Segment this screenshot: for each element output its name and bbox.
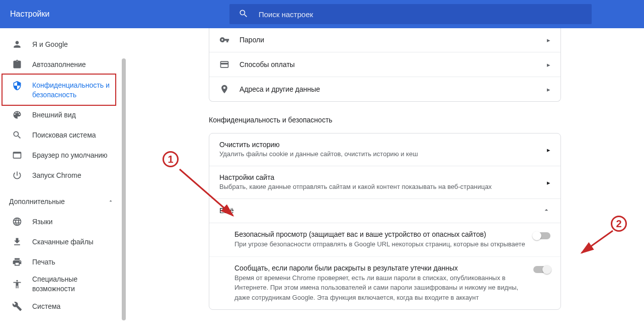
password-leak-toggle[interactable] [533, 266, 550, 273]
header-title: Настройки [8, 10, 229, 19]
sidebar-item-label: Поисковая система [32, 131, 96, 139]
sidebar-item-autofill[interactable]: Автозаполнение [0, 54, 120, 75]
shield-icon [12, 81, 22, 91]
globe-icon [12, 217, 22, 227]
annotation-marker-2: 2 [611, 216, 627, 232]
safe-browsing-toggle[interactable] [533, 232, 550, 239]
chevron-right-icon: ▸ [547, 146, 550, 154]
sidebar-item-label: Запуск Chrome [32, 171, 81, 179]
credit-card-icon [219, 59, 229, 70]
row-desc: Удалить файлы cookie и данные сайтов, оч… [219, 150, 547, 159]
row-title: Очистить историю [219, 141, 547, 149]
autofill-card: Пароли ▸ Способы оплаты ▸ Адреса и други… [209, 28, 561, 102]
svg-line-1 [582, 231, 613, 253]
sidebar-item-on-startup[interactable]: Запуск Chrome [0, 165, 120, 185]
row-label: Пароли [239, 36, 547, 44]
sidebar-item-default-browser[interactable]: Браузер по умолчанию [0, 145, 120, 165]
privacy-section-title: Конфиденциальность и безопасность [209, 116, 561, 124]
sidebar-item-label: Языки [32, 218, 53, 226]
accessibility-icon [12, 279, 22, 289]
search-icon [238, 9, 259, 20]
key-icon [219, 35, 229, 45]
palette-icon [12, 110, 22, 120]
sidebar-section-advanced[interactable]: Дополнительные [0, 191, 126, 212]
row-passwords[interactable]: Пароли ▸ [209, 28, 560, 52]
main-content: Пароли ▸ Способы оплаты ▸ Адреса и други… [126, 28, 644, 334]
row-title: Безопасный просмотр (защищает вас и ваше… [234, 230, 525, 238]
row-title: Сообщать, если пароли были раскрыты в ре… [234, 264, 525, 272]
sidebar-item-label: Я и Google [32, 40, 68, 48]
annotation-marker-1: 1 [163, 151, 179, 167]
search-icon [12, 130, 22, 140]
sidebar-item-label: Автозаполнение [32, 60, 86, 69]
sidebar-item-search-engine[interactable]: Поисковая система [0, 125, 120, 145]
row-more-toggle[interactable]: Ещё [209, 199, 560, 223]
chevron-right-icon: ▸ [547, 61, 550, 69]
row-title: Настройки сайта [219, 173, 547, 181]
sidebar-item-label: Внешний вид [32, 111, 76, 119]
row-safe-browsing: Безопасный просмотр (защищает вас и ваше… [209, 223, 560, 257]
row-addresses[interactable]: Адреса и другие данные ▸ [209, 77, 560, 101]
row-desc: Выбрать, какие данные отправлять сайтам … [219, 182, 547, 191]
sidebar-section-label: Дополнительные [9, 197, 65, 206]
person-icon [12, 39, 22, 49]
chevron-up-icon [108, 197, 114, 206]
print-icon [12, 257, 22, 267]
chevron-up-icon [542, 206, 550, 216]
row-site-settings[interactable]: Настройки сайта Выбрать, какие данные от… [209, 166, 560, 199]
scrollbar[interactable] [122, 58, 126, 320]
sidebar-item-languages[interactable]: Языки [0, 212, 120, 232]
power-icon [12, 170, 22, 180]
location-icon [219, 84, 229, 94]
search-box[interactable] [229, 4, 592, 24]
row-clear-browsing-data[interactable]: Очистить историю Удалить файлы cookie и … [209, 133, 560, 166]
privacy-card: Очистить историю Удалить файлы cookie и … [209, 133, 561, 310]
search-input[interactable] [259, 10, 583, 19]
row-desc: При угрозе безопасности отправлять в Goo… [234, 239, 525, 249]
sidebar-item-label: Скачанные файлы [32, 238, 94, 246]
sidebar-item-downloads[interactable]: Скачанные файлы [0, 232, 120, 252]
sidebar-item-appearance[interactable]: Внешний вид [0, 105, 120, 125]
browser-icon [12, 150, 22, 160]
sidebar-item-system[interactable]: Система [0, 296, 120, 316]
row-desc: Время от времени Chrome проверяет, есть … [234, 273, 525, 303]
chevron-right-icon: ▸ [547, 36, 550, 44]
sidebar-item-privacy-security[interactable]: Конфиденциальность и безопасность [0, 75, 120, 105]
sidebar-item-you-and-google[interactable]: Я и Google [0, 34, 120, 54]
sidebar-item-accessibility[interactable]: Специальные возможности [0, 272, 120, 296]
sidebar-item-label: Печать [32, 258, 55, 266]
chevron-right-icon: ▸ [547, 86, 550, 93]
sidebar-item-label: Система [32, 302, 60, 310]
clipboard-icon [12, 59, 22, 70]
sidebar-item-label: Специальные возможности [32, 275, 120, 294]
wrench-icon [12, 301, 22, 311]
sidebar: Я и Google Автозаполнение Конфиденциальн… [0, 28, 126, 334]
row-label: Способы оплаты [239, 60, 547, 69]
sidebar-item-label: Браузер по умолчанию [32, 151, 108, 159]
row-password-leak-detection: Сообщать, если пароли были раскрыты в ре… [209, 257, 560, 310]
download-icon [12, 237, 22, 247]
annotation-arrow-2 [578, 228, 618, 258]
row-title: Ещё [219, 207, 542, 215]
app-header: Настройки [0, 0, 644, 28]
sidebar-item-print[interactable]: Печать [0, 252, 120, 272]
row-label: Адреса и другие данные [239, 85, 547, 93]
row-payment-methods[interactable]: Способы оплаты ▸ [209, 52, 560, 77]
sidebar-item-label: Конфиденциальность и безопасность [32, 81, 120, 100]
chevron-right-icon: ▸ [547, 179, 550, 186]
